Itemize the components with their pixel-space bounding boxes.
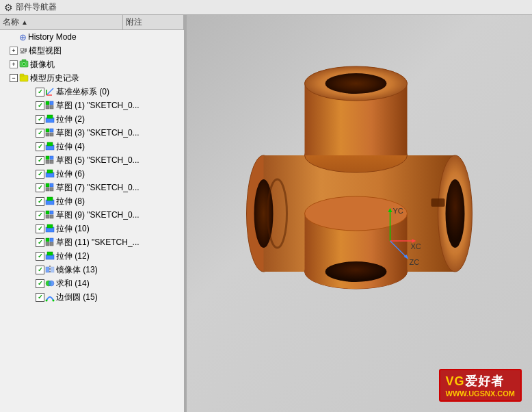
- extrude-4-checkbox[interactable]: [36, 142, 44, 151]
- tree-item-extrude-12[interactable]: 拉伸 (12): [0, 249, 184, 263]
- sketch-1-label: 草图 (1) "SKETCH_0...: [56, 100, 139, 112]
- tree-item-unite-14[interactable]: 求和 (14): [0, 276, 184, 290]
- sketch-7-icon: [45, 183, 55, 192]
- tree-item-extrude-6[interactable]: 拉伸 (6): [0, 167, 184, 181]
- tree-item-mirror-13[interactable]: 镜像体 (13): [0, 263, 184, 276]
- svg-rect-38: [47, 224, 53, 228]
- svg-rect-29: [46, 188, 49, 191]
- edge-blend-15-checkbox[interactable]: [36, 293, 44, 302]
- sketch-5-icon: [45, 155, 55, 165]
- expand-model-history[interactable]: −: [10, 74, 18, 82]
- title-bar-label: 部件导航器: [16, 1, 57, 13]
- tree-item-model-history[interactable]: − 模型历史记录: [0, 71, 184, 85]
- svg-rect-5: [20, 74, 24, 76]
- svg-rect-42: [50, 242, 53, 246]
- extrude-6-icons: [36, 169, 55, 179]
- extrude-12-checkbox[interactable]: [36, 252, 44, 261]
- datum-checkbox[interactable]: [36, 88, 44, 96]
- extrude-8-checkbox[interactable]: [36, 197, 44, 206]
- sketch-11-icon: [45, 237, 55, 247]
- sketch-11-icons: [36, 237, 55, 247]
- extrude-4-icons: [36, 142, 55, 151]
- svg-point-50: [46, 300, 48, 302]
- model-viewport: YC XC ZC VG爱好者 WWW.UGSNX.COM: [187, 15, 532, 412]
- sort-arrow: ▲: [21, 18, 28, 26]
- svg-rect-23: [46, 160, 49, 164]
- edge-blend-15-icon: [45, 292, 55, 302]
- tree-item-extrude-10[interactable]: 拉伸 (10): [0, 222, 184, 235]
- sketch-7-checkbox[interactable]: [36, 183, 44, 192]
- tree-item-history-mode[interactable]: ⊕ History Mode: [0, 30, 184, 44]
- expand-model-view[interactable]: +: [10, 47, 18, 55]
- extrude-2-icons: [36, 114, 55, 124]
- extrude-6-checkbox[interactable]: [36, 170, 44, 179]
- tree-item-edge-blend-15[interactable]: 边倒圆 (15): [0, 290, 184, 304]
- svg-rect-46: [51, 267, 54, 272]
- extrude-8-icons: [36, 196, 55, 206]
- model-history-icons: [19, 73, 29, 83]
- tree-item-extrude-8[interactable]: 拉伸 (8): [0, 194, 184, 208]
- sketch-3-checkbox[interactable]: [36, 129, 44, 138]
- svg-point-59: [305, 196, 408, 231]
- extrude-10-checkbox[interactable]: [36, 224, 44, 233]
- extrude-6-label: 拉伸 (6): [56, 168, 85, 180]
- unite-14-checkbox[interactable]: [36, 279, 44, 288]
- svg-point-2: [23, 63, 25, 65]
- sketch-9-checkbox[interactable]: [36, 211, 44, 220]
- extrude-10-label: 拉伸 (10): [56, 223, 90, 235]
- sketch-3-label: 草图 (3) "SKETCH_0...: [56, 127, 139, 139]
- svg-rect-27: [46, 183, 49, 187]
- sketch-5-checkbox[interactable]: [36, 156, 44, 165]
- svg-rect-15: [46, 129, 49, 132]
- tree-item-camera[interactable]: + 摄像机: [0, 57, 184, 71]
- svg-rect-32: [47, 197, 53, 201]
- extrude-2-icon: [45, 114, 55, 124]
- svg-rect-21: [46, 156, 49, 159]
- sketch-5-label: 草图 (5) "SKETCH_0...: [56, 155, 139, 166]
- expand-camera[interactable]: +: [10, 60, 18, 68]
- tree-item-sketch-3[interactable]: 草图 (3) "SKETCH_0...: [0, 126, 184, 140]
- sketch-9-icon: [45, 210, 55, 220]
- svg-rect-33: [46, 211, 49, 214]
- title-bar: ⚙ 部件导航器: [0, 0, 532, 15]
- mirror-13-checkbox[interactable]: [36, 266, 44, 274]
- sketch-1-checkbox[interactable]: [36, 101, 44, 110]
- viewport[interactable]: YC XC ZC VG爱好者 WWW.UGSNX.COM: [187, 15, 532, 412]
- model-history-label: 模型历史记录: [30, 73, 79, 84]
- mirror-13-icons: [36, 265, 55, 274]
- sketch-3-icon: [45, 128, 55, 138]
- tree-container[interactable]: ⊕ History Mode + 🖳 模型视图 +: [0, 30, 184, 412]
- svg-rect-26: [47, 170, 53, 173]
- svg-rect-11: [46, 105, 49, 109]
- tree-item-sketch-9[interactable]: 草图 (9) "SKETCH_0...: [0, 208, 184, 222]
- tree-item-model-view[interactable]: + 🖳 模型视图: [0, 44, 184, 57]
- extrude-12-icon: [45, 251, 55, 261]
- extrude-8-icon: [45, 196, 55, 206]
- sketch-11-checkbox[interactable]: [36, 238, 44, 247]
- tree-item-sketch-5[interactable]: 草图 (5) "SKETCH_0...: [0, 153, 184, 167]
- svg-rect-3: [22, 60, 26, 61]
- extrude-10-icon: [45, 224, 55, 233]
- name-column-header[interactable]: 名称 ▲: [0, 15, 123, 29]
- sketch-7-label: 草图 (7) "SKETCH_0...: [56, 182, 139, 194]
- tree-item-extrude-4[interactable]: 拉伸 (4): [0, 140, 184, 153]
- tree-item-extrude-2[interactable]: 拉伸 (2): [0, 112, 184, 126]
- svg-point-49: [49, 281, 54, 286]
- unite-14-icon: [45, 279, 55, 288]
- tree-item-sketch-7[interactable]: 草图 (7) "SKETCH_0...: [0, 181, 184, 194]
- extrude-6-icon: [45, 169, 55, 179]
- svg-rect-17: [46, 133, 49, 136]
- sketch-5-icons: [36, 155, 55, 165]
- mirror-13-label: 镜像体 (13): [56, 264, 98, 276]
- model-view-icons: 🖳: [19, 46, 27, 55]
- model-svg: YC XC ZC: [187, 15, 532, 412]
- history-mode-icons: ⊕: [19, 32, 27, 42]
- camera-icons: [19, 59, 29, 70]
- sketch-7-icons: [36, 183, 55, 192]
- tree-item-datum-csys[interactable]: 基准坐标系 (0): [0, 85, 184, 99]
- svg-rect-10: [50, 101, 53, 105]
- left-panel: 名称 ▲ 附注 ⊕ History Mode + 🖳: [0, 15, 185, 412]
- extrude-2-checkbox[interactable]: [36, 115, 44, 124]
- tree-item-sketch-1[interactable]: 草图 (1) "SKETCH_0...: [0, 99, 184, 112]
- tree-item-sketch-11[interactable]: 草图 (11) "SKETCH_...: [0, 235, 184, 249]
